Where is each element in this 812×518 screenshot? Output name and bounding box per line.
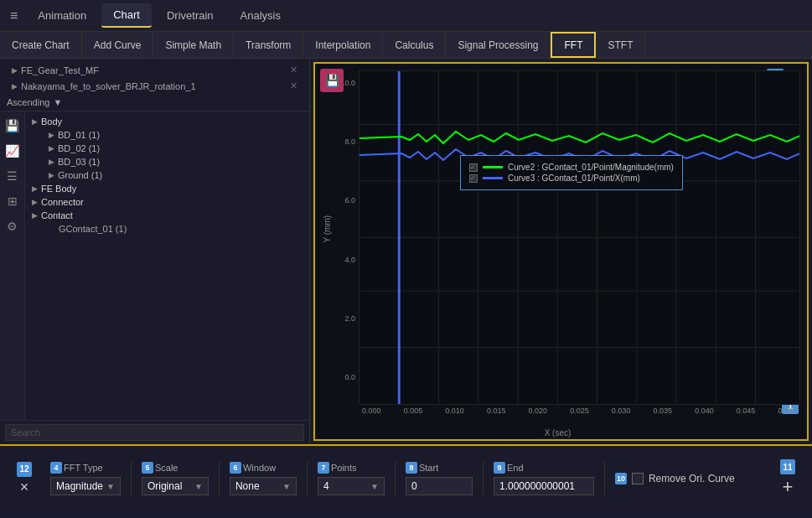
nav-tab-analysis[interactable]: Analysis [229,4,292,27]
top-nav: ≡ Animation Chart Drivetrain Analysis [0,0,812,32]
x-tick-5: 0.025 [570,407,589,415]
scale-badge: 5 [142,462,153,474]
tree-item-contact[interactable]: Contact [25,209,309,222]
x-tick-0: 0.000 [362,407,381,415]
nav-tab-animation[interactable]: Animation [26,4,98,27]
fft-type-badge: 4 [50,462,62,474]
toolbar-add-curve[interactable]: Add Curve [82,32,154,58]
x-tick-3: 0.015 [487,407,506,415]
tree-container: Body BD_01 (1) BD_02 (1) BD_03 (1) Groun… [25,111,309,420]
vbtn-save[interactable]: 💾 [3,117,22,135]
y-tick-6: 6.0 [318,196,355,205]
toolbar-fft[interactable]: FFT [551,32,596,58]
sort-bar: Ascending ▼ [0,94,309,111]
chart-svg [359,71,799,404]
bottom-toolbar: 12 × 4 FFT Type Magnitude ▼ 5 Scale Orig… [0,444,812,511]
legend-color-green [483,166,503,168]
fft-type-label: 4 FFT Type [50,462,121,474]
vertical-toolbar: 💾 📈 ☰ ⊞ ⚙ [0,111,25,420]
remove-ori-curve-checkbox[interactable] [632,473,644,484]
search-input[interactable] [5,424,304,441]
legend-color-blue [483,177,503,179]
file-tab-2[interactable]: Nakayama_fe_to_solver_BRJR_rotation_1 ✕ [5,78,304,94]
tree-item-bd01[interactable]: BD_01 (1) [25,128,309,142]
points-arrow-icon: ▼ [370,482,379,491]
toolbar-create-chart[interactable]: Create Chart [0,32,82,58]
scale-field: 5 Scale Original ▼ [132,462,220,495]
toolbar-transform[interactable]: Transform [234,32,303,58]
sort-label[interactable]: Ascending [7,97,49,107]
points-label: 7 Points [318,462,385,474]
toolbar-stft[interactable]: STFT [596,32,645,58]
toolbar: Create Chart Add Curve Simple Math Trans… [0,32,812,59]
plus-icon[interactable]: + [783,476,794,498]
legend-check-1[interactable] [469,163,478,172]
x-tick-2: 0.010 [445,407,464,415]
legend-item-2: Curve3 : GContact_01/Point/X(mm) [469,174,674,183]
nav-tab-drivetrain[interactable]: Drivetrain [155,4,225,27]
close-file-1-icon[interactable]: ✕ [290,65,297,75]
x-tick-8: 0.040 [695,407,714,415]
close-icon[interactable]: × [20,479,29,496]
chart-area: 💾 3 2 1 Y (mm) 10.0 8.0 6.0 4.0 2.0 [313,62,809,441]
x-tick-6: 0.030 [612,407,631,415]
toolbar-simple-math[interactable]: Simple Math [153,32,234,58]
tree-item-bd02[interactable]: BD_02 (1) [25,142,309,155]
toolbar-calculus[interactable]: Calculus [383,32,446,58]
x-tick-4: 0.020 [529,407,548,415]
vbtn-chart[interactable]: 📈 [3,142,22,160]
fft-type-select[interactable]: Magnitude ▼ [50,477,121,495]
chart-wrapper: 💾 3 2 1 Y (mm) 10.0 8.0 6.0 4.0 2.0 [310,59,812,444]
points-badge: 7 [318,462,329,474]
legend-label-2: Curve3 : GContact_01/Point/X(mm) [508,174,640,183]
badge-12: 12 [17,462,32,477]
legend-label-1: Curve2 : GContact_01/Point/Magnitude(mm) [508,163,674,172]
file-tab-1[interactable]: FE_Gear_Test_MF ✕ [5,62,304,78]
window-badge: 6 [230,462,241,474]
points-select[interactable]: 4 ▼ [318,477,385,495]
vbtn-list[interactable]: ☰ [4,167,20,185]
vbtn-settings[interactable]: ⚙ [4,217,20,236]
close-button[interactable]: 12 × [8,457,40,501]
tree-item-bd03[interactable]: BD_03 (1) [25,155,309,168]
close-file-2-icon[interactable]: ✕ [290,80,297,91]
window-field: 6 Window None ▼ [220,462,308,495]
window-arrow-icon: ▼ [282,482,291,491]
toolbar-interpolation[interactable]: Interpolation [303,32,383,58]
badge-11: 11 [780,459,795,474]
x-tick-9: 0.045 [737,407,756,415]
tree-item-gcontact01[interactable]: GContact_01 (1) [25,222,309,236]
tree-item-ground[interactable]: Ground (1) [25,168,309,182]
vbtn-filter[interactable]: ⊞ [5,192,20,210]
y-tick-0: 0.0 [318,373,355,381]
tree-item-fe-body[interactable]: FE Body [25,182,309,195]
nav-tab-chart[interactable]: Chart [101,3,152,28]
x-tick-7: 0.035 [653,407,672,415]
y-axis-label: Y (mm) [323,215,332,242]
legend-check-2[interactable] [469,174,478,183]
x-tick-10: 0.050 [778,407,797,415]
window-label: 6 Window [230,462,297,474]
chart-save-button[interactable]: 💾 [320,69,344,92]
hamburger-icon[interactable]: ≡ [5,5,23,27]
end-input[interactable] [494,477,594,495]
end-label: 9 End [494,462,594,474]
search-bar [0,420,309,444]
points-field: 7 Points 4 ▼ [308,462,396,495]
window-select[interactable]: None ▼ [230,477,297,495]
left-panel: FE_Gear_Test_MF ✕ Nakayama_fe_to_solver_… [0,59,310,444]
tree-item-body[interactable]: Body [25,115,309,128]
start-input[interactable] [406,477,473,495]
scale-select[interactable]: Original ▼ [142,477,209,495]
sort-arrow-icon[interactable]: ▼ [53,97,62,107]
y-tick-4: 4.0 [318,256,355,264]
remove-ori-curve-label: Remove Ori. Curve [649,473,735,484]
add-button[interactable]: 11 + [772,454,804,503]
file-tabs: FE_Gear_Test_MF ✕ Nakayama_fe_to_solver_… [0,59,309,94]
toolbar-signal-processing[interactable]: Signal Processing [446,32,551,58]
start-label: 8 Start [406,462,473,474]
fft-type-arrow-icon: ▼ [106,482,115,491]
end-field: 9 End [484,462,605,495]
end-badge: 9 [494,462,505,474]
tree-item-connector[interactable]: Connector [25,195,309,209]
